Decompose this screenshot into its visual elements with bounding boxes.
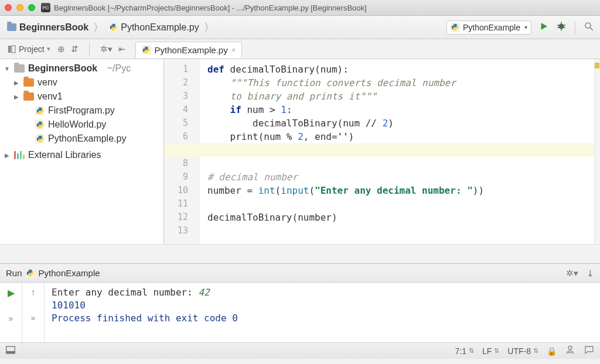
code-editor[interactable]: 1 2 3 4 5 6 7 8 9 10 11 12 13 def decima… xyxy=(164,59,600,244)
breadcrumb-file-label: PythonExample.py xyxy=(121,22,199,33)
title-bar: PC BeginnersBook [~/PycharmProjects/Begi… xyxy=(0,0,600,16)
console-line: 101010 xyxy=(52,299,593,312)
expand-icon[interactable]: ▶ xyxy=(4,152,11,159)
tree-file[interactable]: PythonExample.py xyxy=(0,132,163,146)
svg-line-8 xyxy=(557,28,559,28)
collapse-icon[interactable]: ⇵ xyxy=(71,44,79,54)
console-line: Enter any decimal number: xyxy=(52,287,198,298)
breadcrumb-file[interactable]: PythonExample.py xyxy=(107,21,200,34)
editor-tab[interactable]: PythonExample.py × xyxy=(135,42,243,58)
tree-external-libraries[interactable]: ▶ External Libraries xyxy=(0,148,163,162)
tree-root-path: ~/Pyc xyxy=(107,63,131,74)
folder-icon xyxy=(14,64,25,73)
svg-point-11 xyxy=(585,23,591,28)
line-number: 3 xyxy=(164,90,199,103)
python-file-icon xyxy=(451,23,460,32)
libraries-icon xyxy=(14,151,25,159)
expand-icon[interactable]: ▼ xyxy=(4,66,11,72)
breadcrumb-project[interactable]: BeginnersBook xyxy=(6,21,90,34)
line-number: 13 xyxy=(164,224,199,238)
traffic-lights xyxy=(5,4,35,11)
svg-point-15 xyxy=(145,47,145,47)
python-file-icon xyxy=(108,23,118,32)
svg-point-0 xyxy=(112,25,112,25)
hide-icon[interactable]: ⇤ xyxy=(118,44,126,54)
divider xyxy=(575,21,575,34)
project-tool-label: Project xyxy=(19,44,45,54)
locate-icon[interactable]: ⊕ xyxy=(57,44,65,54)
readonly-lock-icon[interactable]: 🔒 xyxy=(547,346,557,356)
settings-icon[interactable]: ✲▾ xyxy=(566,268,578,279)
run-config-label: PythonExample xyxy=(463,23,520,32)
encoding-selector[interactable]: UTF-8 xyxy=(507,346,538,356)
project-tool-icons: ⊕ ⇵ ✲▾ ⇤ xyxy=(57,43,126,56)
console-output[interactable]: Enter any decimal number: 42 101010 Proc… xyxy=(45,283,600,342)
run-tool-window: Run PythonExample ✲▾ ⤓ ▶ » ↑ » Enter any… xyxy=(0,263,600,342)
tree-folder[interactable]: ▶ venv1 xyxy=(0,90,163,104)
caret-position[interactable]: 7:1 xyxy=(455,346,474,356)
run-body: ▶ » ↑ » Enter any decimal number: 42 101… xyxy=(0,283,600,342)
breadcrumb-separator-icon: 〉 xyxy=(93,20,104,35)
nav-right: PythonExample xyxy=(446,20,594,35)
close-window-button[interactable] xyxy=(5,4,12,11)
expand-icon[interactable]: ▶ xyxy=(13,94,20,100)
run-config-name: PythonExample xyxy=(39,268,100,278)
more-icon[interactable]: » xyxy=(9,314,13,323)
zoom-window-button[interactable] xyxy=(28,4,35,11)
run-button[interactable] xyxy=(538,21,549,33)
ui-toggle-icon[interactable] xyxy=(6,346,15,356)
more-icon[interactable]: » xyxy=(31,313,36,322)
breadcrumb: BeginnersBook 〉 PythonExample.py 〉 xyxy=(6,20,442,35)
export-icon[interactable]: ⤓ xyxy=(587,268,594,279)
line-separator-selector[interactable]: LF xyxy=(482,346,499,356)
up-stack-icon[interactable]: ↑ xyxy=(31,287,36,298)
svg-point-19 xyxy=(568,346,572,349)
python-file-icon xyxy=(35,106,45,115)
line-number: 2 xyxy=(164,76,199,90)
inspector-icon[interactable] xyxy=(565,345,575,357)
expand-icon[interactable]: ▶ xyxy=(13,80,20,86)
app-icon: PC xyxy=(41,3,50,12)
warning-marker-icon[interactable] xyxy=(595,63,599,68)
tree-root[interactable]: ▼ BeginnersBook ~/Pyc xyxy=(0,61,163,75)
error-stripe[interactable] xyxy=(594,59,600,244)
line-number: 8 xyxy=(164,157,199,170)
run-label: Run xyxy=(6,268,22,278)
close-tab-icon[interactable]: × xyxy=(231,46,236,54)
tree-file-label: FirstProgram.py xyxy=(48,105,115,116)
search-button[interactable] xyxy=(584,21,594,33)
line-number: 12 xyxy=(164,211,199,224)
svg-point-3 xyxy=(456,29,456,30)
tree-root-name: BeginnersBook xyxy=(28,63,97,74)
breadcrumb-project-label: BeginnersBook xyxy=(19,22,88,33)
current-line-highlight xyxy=(164,143,600,157)
line-number: 9 xyxy=(164,170,199,184)
run-config-selector[interactable]: PythonExample xyxy=(446,20,531,35)
tree-folder-label: venv xyxy=(38,77,57,88)
python-file-icon xyxy=(26,269,35,278)
main-split: ▼ BeginnersBook ~/Pyc ▶ venv ▶ venv1 Fir… xyxy=(0,59,600,244)
tree-file[interactable]: HelloWorld.py xyxy=(0,118,163,132)
folder-icon xyxy=(23,92,34,101)
feedback-icon[interactable] xyxy=(584,345,594,357)
divider xyxy=(89,43,90,56)
project-tool-button[interactable]: Project▾ xyxy=(4,43,54,55)
project-tree[interactable]: ▼ BeginnersBook ~/Pyc ▶ venv ▶ venv1 Fir… xyxy=(0,59,164,244)
debug-button[interactable] xyxy=(556,21,567,33)
rerun-button[interactable]: ▶ xyxy=(8,287,15,298)
console-user-input: 42 xyxy=(198,287,209,298)
tree-file-label: PythonExample.py xyxy=(48,133,126,144)
navigation-bar: BeginnersBook 〉 PythonExample.py 〉 Pytho… xyxy=(0,16,600,39)
tree-file[interactable]: FirstProgram.py xyxy=(0,104,163,118)
tree-folder[interactable]: ▶ venv xyxy=(0,75,163,90)
minimize-window-button[interactable] xyxy=(16,4,23,11)
breadcrumb-separator-icon: 〉 xyxy=(204,20,214,35)
svg-line-9 xyxy=(564,25,565,26)
window-title: BeginnersBook [~/PycharmProjects/Beginne… xyxy=(54,4,367,12)
python-file-icon xyxy=(142,45,151,54)
run-header: Run PythonExample ✲▾ ⤓ xyxy=(0,264,600,283)
folder-icon xyxy=(7,23,16,31)
line-number: 11 xyxy=(164,197,199,211)
settings-icon[interactable]: ✲▾ xyxy=(100,44,112,54)
python-file-icon xyxy=(35,120,45,129)
